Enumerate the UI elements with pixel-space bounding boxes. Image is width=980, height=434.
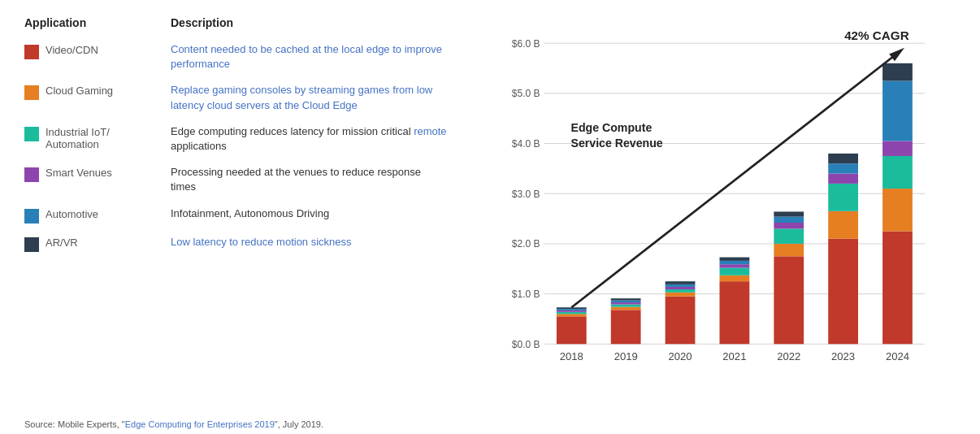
svg-text:2018: 2018	[560, 350, 583, 362]
svg-rect-28	[666, 297, 696, 345]
svg-rect-44	[774, 228, 804, 244]
svg-rect-33	[666, 281, 696, 284]
svg-rect-59	[882, 141, 913, 156]
desc-cell-3: Processing needed at the venues to reduc…	[171, 165, 447, 194]
svg-rect-22	[611, 307, 641, 310]
color-swatch-1	[24, 85, 39, 100]
app-name-5: AR/VR	[46, 237, 78, 249]
svg-rect-57	[882, 189, 913, 231]
svg-rect-42	[774, 256, 804, 344]
source-citation: Source: Mobile Experts, "Edge Computing …	[0, 414, 980, 434]
svg-rect-51	[828, 184, 858, 211]
desc-cell-2: Edge computing reduces latency for missi…	[171, 124, 447, 154]
table-row: Video/CDNContent needed to be cached at …	[24, 42, 479, 72]
app-cell-1: Cloud Gaming	[24, 83, 171, 100]
svg-text:2020: 2020	[669, 350, 692, 362]
svg-rect-25	[611, 301, 641, 302]
table-row: Cloud GamingReplace gaming consoles by s…	[24, 83, 479, 112]
svg-text:2024: 2024	[886, 350, 909, 362]
color-swatch-0	[24, 45, 39, 59]
table-row: AR/VRLow latency to reduce motion sickne…	[24, 235, 479, 252]
svg-rect-24	[611, 302, 641, 304]
desc-cell-4: Infotainment, Autonomous Driving	[171, 206, 329, 221]
svg-rect-21	[611, 310, 641, 344]
app-cell-2: Industrial IoT/ Automation	[24, 124, 171, 150]
color-swatch-3	[24, 167, 39, 182]
app-cell-0: Video/CDN	[24, 42, 171, 59]
col-application-header: Application	[24, 16, 171, 29]
svg-rect-60	[882, 80, 913, 141]
svg-rect-23	[611, 305, 641, 307]
svg-rect-46	[774, 217, 804, 223]
svg-rect-37	[719, 268, 749, 276]
svg-text:$1.0 B: $1.0 B	[512, 289, 540, 300]
svg-rect-47	[774, 211, 804, 216]
svg-rect-19	[557, 307, 587, 309]
source-link[interactable]: Edge Computing for Enterprises 2019	[125, 419, 275, 429]
svg-rect-40	[719, 258, 749, 261]
source-text-before: Source: Mobile Experts, "	[24, 419, 125, 429]
svg-rect-32	[666, 284, 696, 287]
desc-cell-0: Content needed to be cached at the local…	[171, 42, 447, 72]
app-name-2: Industrial IoT/ Automation	[46, 126, 110, 150]
svg-rect-52	[828, 174, 858, 184]
svg-rect-14	[557, 316, 587, 344]
svg-text:$5.0 B: $5.0 B	[512, 88, 540, 99]
svg-rect-53	[828, 163, 858, 173]
svg-rect-30	[666, 289, 696, 293]
app-name-1: Cloud Gaming	[46, 85, 113, 97]
app-name-0: Video/CDN	[46, 44, 98, 56]
desc-cell-5: Low latency to reduce motion sickness	[171, 235, 352, 250]
app-cell-5: AR/VR	[24, 235, 171, 252]
color-swatch-4	[24, 209, 39, 224]
svg-text:2021: 2021	[722, 350, 746, 362]
chart-panel: $0.0 B$1.0 B$2.0 B$3.0 B$4.0 B$5.0 B$6.0…	[479, 16, 956, 406]
svg-rect-35	[719, 281, 749, 344]
table-row: Industrial IoT/ AutomationEdge computing…	[24, 124, 479, 154]
svg-rect-58	[882, 156, 913, 189]
svg-text:$3.0 B: $3.0 B	[512, 189, 540, 200]
table-row: AutomotiveInfotainment, Autonomous Drivi…	[24, 206, 479, 224]
svg-text:Edge Compute: Edge Compute	[571, 121, 653, 134]
svg-text:2023: 2023	[831, 350, 855, 362]
svg-text:$4.0 B: $4.0 B	[512, 138, 540, 150]
svg-rect-56	[882, 231, 913, 344]
table-row: Smart VenuesProcessing needed at the ven…	[24, 165, 479, 194]
svg-rect-31	[666, 287, 696, 289]
bar-chart: $0.0 B$1.0 B$2.0 B$3.0 B$4.0 B$5.0 B$6.0…	[496, 16, 956, 406]
svg-rect-15	[557, 314, 587, 316]
svg-rect-36	[719, 276, 749, 281]
svg-text:Service Revenue: Service Revenue	[571, 137, 663, 150]
svg-text:$2.0 B: $2.0 B	[512, 238, 540, 250]
svg-rect-18	[557, 309, 587, 310]
svg-rect-39	[719, 261, 749, 264]
svg-rect-38	[719, 264, 749, 267]
svg-rect-29	[666, 293, 696, 297]
svg-text:2019: 2019	[614, 350, 638, 362]
source-text-after: ", July 2019.	[275, 419, 323, 429]
svg-rect-43	[774, 244, 804, 256]
svg-text:42% CAGR: 42% CAGR	[844, 28, 909, 42]
col-description-header: Description	[171, 16, 233, 29]
svg-rect-49	[828, 239, 858, 345]
app-cell-4: Automotive	[24, 206, 171, 224]
legend-table: Application Description Video/CDNContent…	[24, 16, 479, 406]
svg-rect-50	[828, 211, 858, 239]
color-swatch-5	[24, 237, 39, 252]
app-name-4: Automotive	[46, 208, 98, 220]
color-swatch-2	[24, 127, 39, 141]
table-rows: Video/CDNContent needed to be cached at …	[24, 42, 479, 252]
svg-text:$0.0 B: $0.0 B	[512, 339, 540, 350]
svg-rect-45	[774, 223, 804, 228]
svg-text:$6.0 B: $6.0 B	[512, 38, 540, 50]
table-header: Application Description	[24, 16, 479, 34]
desc-cell-1: Replace gaming consoles by streaming gam…	[171, 83, 447, 112]
svg-rect-26	[611, 298, 641, 300]
app-cell-3: Smart Venues	[24, 165, 171, 182]
svg-text:2022: 2022	[777, 350, 800, 362]
svg-rect-54	[828, 154, 858, 163]
svg-rect-61	[882, 63, 913, 81]
svg-rect-17	[557, 310, 587, 312]
app-name-3: Smart Venues	[46, 167, 112, 179]
svg-rect-16	[557, 312, 587, 314]
